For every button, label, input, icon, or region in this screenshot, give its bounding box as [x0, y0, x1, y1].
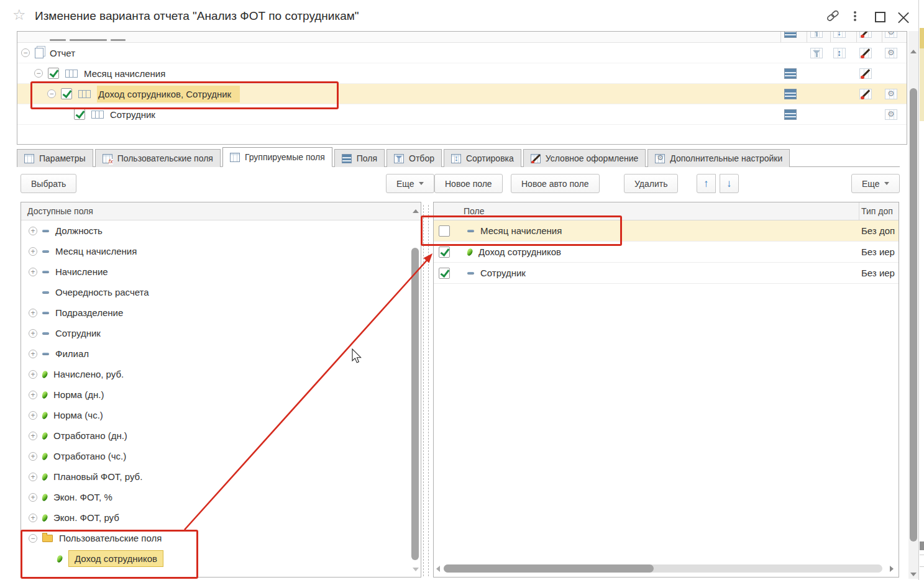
link-icon[interactable] [825, 9, 840, 22]
tab-sort[interactable]: Сортировка [444, 149, 521, 167]
conditional-format-icon[interactable] [859, 68, 872, 79]
checkbox[interactable] [439, 268, 450, 279]
tab-groupfields[interactable]: Группируемые поля [222, 147, 332, 167]
available-field-item[interactable]: Очередность расчета [21, 282, 421, 302]
tab-fields[interactable]: Поля [334, 149, 385, 167]
scroll-right-icon[interactable] [890, 566, 894, 572]
right-more-button[interactable]: Еще [851, 174, 900, 193]
scroll-up-icon[interactable] [413, 209, 419, 213]
scrollbar-thumb[interactable] [910, 88, 917, 541]
select-button[interactable]: Выбрать [21, 174, 76, 193]
expander-icon[interactable]: + [29, 350, 37, 358]
selected-fields-icon[interactable] [784, 89, 797, 99]
expander-icon[interactable]: − [47, 89, 56, 98]
expander-icon[interactable]: + [29, 309, 37, 317]
available-field-item[interactable]: +Экон. ФОТ, руб [21, 507, 421, 528]
expander-icon[interactable]: + [29, 370, 37, 379]
tab-parameters[interactable]: Параметры [17, 149, 93, 167]
expander-icon[interactable]: − [21, 48, 30, 57]
panel-splitter[interactable] [423, 205, 429, 576]
available-field-item[interactable]: +Норма (чс.) [21, 405, 421, 425]
checkbox[interactable] [61, 88, 72, 99]
tab-filter[interactable]: Отбор [387, 149, 442, 167]
field-label: Начислено, руб. [53, 369, 124, 379]
left-more-button[interactable]: Еще [386, 174, 434, 193]
scroll-down-icon[interactable] [910, 573, 917, 576]
move-down-button[interactable]: ↓ [720, 174, 739, 193]
grouping-field-row[interactable]: Месяц начисленияБез доп [434, 220, 899, 242]
expander-icon[interactable]: + [29, 227, 37, 235]
measure-icon [41, 431, 48, 440]
scroll-down-icon[interactable] [413, 568, 419, 571]
structure-row[interactable]: −Доход сотрудников, Сотрудник [17, 84, 907, 104]
left-panel-scrollbar[interactable] [411, 204, 419, 575]
expander-icon[interactable]: + [29, 411, 37, 420]
available-field-item[interactable]: +Подразделение [21, 302, 421, 323]
expander-icon[interactable]: + [29, 247, 37, 256]
column-separator [780, 32, 781, 42]
expander-icon[interactable]: + [29, 329, 37, 338]
scroll-up-icon[interactable] [910, 50, 917, 53]
selected-fields-icon[interactable] [784, 109, 797, 120]
move-up-button[interactable]: ↑ [697, 174, 716, 193]
expander-icon[interactable]: + [29, 452, 37, 461]
tab-gear[interactable]: Дополнительные настройки [647, 149, 790, 167]
filter-icon[interactable] [810, 48, 823, 58]
available-field-item[interactable]: +Отработано (дн.) [21, 425, 421, 446]
scroll-left-icon[interactable] [436, 566, 440, 572]
available-field-item[interactable]: +Отработано (чс.) [21, 446, 421, 466]
tab-brush[interactable]: Условное оформление [523, 149, 646, 167]
available-field-item[interactable]: +Начислено, руб. [21, 364, 421, 384]
structure-row[interactable]: Сотрудник [17, 104, 907, 125]
report-icon [35, 48, 43, 58]
expander-icon[interactable]: + [29, 493, 37, 502]
checkbox[interactable] [439, 225, 450, 237]
favorite-star-icon[interactable] [12, 6, 26, 24]
scrollbar-thumb[interactable] [411, 248, 419, 560]
column-separator [856, 32, 857, 42]
structure-row[interactable]: −Месяц начисления [17, 63, 907, 84]
available-field-item[interactable]: +Месяц начисления [21, 241, 421, 261]
expander-icon[interactable]: + [29, 473, 37, 481]
settings-icon[interactable] [885, 48, 897, 58]
available-field-item[interactable]: Доход сотрудников [21, 548, 421, 569]
window-scrollbar[interactable] [908, 31, 918, 579]
expander-icon[interactable]: − [29, 534, 37, 543]
selected-fields-icon[interactable] [784, 68, 797, 79]
tab-userfields[interactable]: Пользовательские поля [95, 149, 221, 167]
checkbox[interactable] [74, 109, 85, 120]
available-field-item[interactable]: +Сотрудник [21, 323, 421, 343]
settings-icon[interactable] [885, 109, 897, 120]
new-auto-field-button[interactable]: Новое авто поле [511, 174, 600, 193]
delete-button[interactable]: Удалить [624, 174, 678, 193]
checkbox[interactable] [439, 247, 450, 258]
new-field-button[interactable]: Новое поле [434, 174, 503, 193]
scrollbar-thumb[interactable] [444, 564, 654, 573]
expander-icon[interactable]: − [34, 69, 43, 78]
expander-icon[interactable]: + [29, 514, 37, 522]
horizontal-scrollbar[interactable] [436, 563, 894, 574]
available-field-item[interactable]: +Экон. ФОТ, % [21, 487, 421, 507]
conditional-format-icon[interactable] [859, 89, 872, 99]
expander-icon[interactable]: + [29, 268, 37, 276]
expander-icon[interactable]: + [29, 432, 37, 440]
available-field-item[interactable]: −Пользовательские поля [21, 528, 421, 548]
available-field-item[interactable]: +Должность [21, 220, 421, 241]
maximize-icon[interactable] [875, 12, 885, 22]
settings-icon[interactable] [885, 89, 897, 99]
conditional-format-icon[interactable] [859, 48, 872, 58]
available-field-item[interactable]: +Плановый ФОТ, руб. [21, 466, 421, 487]
available-field-item[interactable]: +Филиал [21, 343, 421, 364]
grouping-field-row[interactable]: Доход сотрудниковБез иер [434, 242, 899, 263]
grouping-field-row[interactable]: СотрудникБез иер [434, 263, 899, 284]
available-field-item[interactable]: +Начисление [21, 261, 421, 282]
expander-icon[interactable]: + [29, 391, 37, 399]
available-field-item[interactable]: +Норма (дн.) [21, 384, 421, 405]
checkbox[interactable] [48, 68, 59, 79]
sort-icon[interactable] [833, 48, 846, 58]
close-icon[interactable] [898, 11, 909, 22]
grouping-fields-panel: Поле Тип доп Месяц начисленияБез допДохо… [433, 202, 899, 578]
structure-row[interactable]: −Отчет [17, 43, 907, 63]
filter-icon [394, 154, 404, 163]
menu-kebab-icon[interactable] [854, 11, 856, 14]
